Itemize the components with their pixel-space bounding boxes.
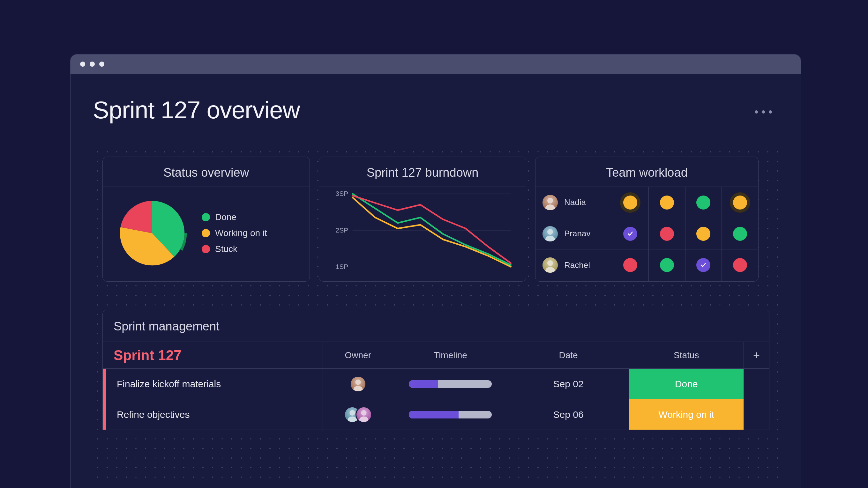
column-header-timeline[interactable]: Timeline <box>393 342 508 368</box>
row-accent <box>103 369 106 399</box>
workload-cell[interactable] <box>649 187 685 218</box>
workload-cell[interactable] <box>722 250 758 281</box>
svg-point-10 <box>547 229 553 235</box>
task-name[interactable]: Finalize kickoff materials <box>106 369 322 399</box>
status-overview-card[interactable]: Status overview DoneWorking on itStuck <box>102 157 310 282</box>
table-row[interactable]: Refine objectives Sep 06 Working on it <box>103 399 769 430</box>
add-column-button[interactable]: + <box>744 342 769 368</box>
task-name[interactable]: Refine objectives <box>106 399 322 430</box>
legend-dot-icon <box>202 213 210 221</box>
card-title: Status overview <box>103 157 310 187</box>
status-chip-icon <box>623 196 637 209</box>
workload-person[interactable]: Pranav <box>535 218 612 249</box>
status-chip-icon <box>696 196 710 209</box>
status-cell[interactable]: Done <box>629 369 744 399</box>
status-chip-icon <box>623 258 637 272</box>
row-extra-cell <box>744 399 769 430</box>
svg-point-7 <box>547 198 553 203</box>
window-control-dot[interactable] <box>80 62 85 67</box>
table-header-row: Sprint 127 Owner Timeline Date Status + <box>103 342 769 369</box>
workload-cell[interactable] <box>685 187 722 218</box>
workload-cell[interactable] <box>722 187 758 218</box>
more-menu-icon[interactable] <box>755 110 772 113</box>
legend-label: Done <box>215 212 237 222</box>
avatar <box>350 376 366 392</box>
window-control-dot[interactable] <box>90 62 95 67</box>
workload-cell[interactable] <box>685 218 722 249</box>
status-chip-icon <box>696 258 710 272</box>
person-name: Rachel <box>564 260 590 270</box>
burndown-chart: 1SP2SP3SP <box>326 191 520 270</box>
progress-bar <box>409 411 492 419</box>
workload-cell[interactable] <box>649 218 685 249</box>
legend-label: Working on it <box>215 228 267 238</box>
owner-cell[interactable] <box>322 369 393 399</box>
workload-row: Rachel <box>535 250 758 281</box>
svg-text:1SP: 1SP <box>336 263 348 270</box>
workload-person[interactable]: Nadia <box>535 187 612 218</box>
status-chip-icon <box>660 196 674 209</box>
sprint-management-panel: Sprint management Sprint 127 Owner Timel… <box>102 310 769 430</box>
status-legend: DoneWorking on itStuck <box>202 212 267 254</box>
team-workload-card[interactable]: Team workload NadiaPranavRachel <box>535 157 758 282</box>
workload-row: Nadia <box>535 187 758 218</box>
workload-cell[interactable] <box>612 218 649 249</box>
legend-dot-icon <box>202 245 210 253</box>
workload-person[interactable]: Rachel <box>535 250 612 281</box>
date-cell[interactable]: Sep 02 <box>508 369 629 399</box>
column-header-status[interactable]: Status <box>629 342 744 368</box>
workload-row: Pranav <box>535 218 758 250</box>
legend-dot-icon <box>202 229 210 237</box>
panel-title: Sprint management <box>103 310 769 342</box>
workload-cell[interactable] <box>612 250 649 281</box>
progress-bar <box>409 380 492 388</box>
status-cell[interactable]: Working on it <box>629 399 744 430</box>
card-title: Sprint 127 burndown <box>319 157 526 187</box>
workload-cell[interactable] <box>612 187 649 218</box>
workload-cell[interactable] <box>649 250 685 281</box>
status-chip-icon <box>660 258 674 272</box>
legend-item: Stuck <box>202 244 267 254</box>
card-title: Team workload <box>535 157 758 187</box>
timeline-cell[interactable] <box>393 369 508 399</box>
svg-text:3SP: 3SP <box>336 191 348 197</box>
sprint-group-label[interactable]: Sprint 127 <box>103 347 322 363</box>
person-name: Pranav <box>564 229 590 238</box>
legend-item: Done <box>202 212 267 222</box>
column-header-owner[interactable]: Owner <box>322 342 393 368</box>
column-header-date[interactable]: Date <box>508 342 629 368</box>
svg-point-22 <box>361 410 366 415</box>
svg-point-16 <box>355 379 361 385</box>
legend-label: Stuck <box>215 244 238 254</box>
svg-point-13 <box>547 260 553 266</box>
avatar <box>542 226 558 241</box>
person-name: Nadia <box>564 197 586 207</box>
table-row[interactable]: Finalize kickoff materials Sep 02 Done <box>103 369 769 399</box>
window-titlebar <box>70 55 801 74</box>
svg-text:2SP: 2SP <box>336 226 348 234</box>
legend-item: Working on it <box>202 228 267 238</box>
app-window: Sprint 127 overview Status overview Done… <box>70 54 801 488</box>
burndown-card[interactable]: Sprint 127 burndown 1SP2SP3SP <box>319 157 526 282</box>
timeline-cell[interactable] <box>393 399 508 430</box>
status-chip-icon <box>660 227 674 241</box>
status-chip-icon <box>733 196 747 209</box>
row-extra-cell <box>744 369 769 399</box>
status-pie-chart <box>116 196 189 270</box>
page-title: Sprint 127 overview <box>93 96 778 124</box>
workload-cell[interactable] <box>685 250 722 281</box>
date-cell[interactable]: Sep 06 <box>508 399 629 430</box>
window-control-dot[interactable] <box>99 62 104 67</box>
avatar <box>542 195 558 210</box>
owner-cell[interactable] <box>322 399 393 430</box>
status-chip-icon <box>733 227 747 241</box>
workload-cell[interactable] <box>722 218 758 249</box>
avatar <box>355 406 372 423</box>
status-chip-icon <box>733 258 747 272</box>
status-chip-icon <box>623 227 637 241</box>
row-accent <box>103 399 106 430</box>
svg-point-19 <box>349 410 355 415</box>
avatar <box>542 257 558 273</box>
status-chip-icon <box>696 227 710 241</box>
